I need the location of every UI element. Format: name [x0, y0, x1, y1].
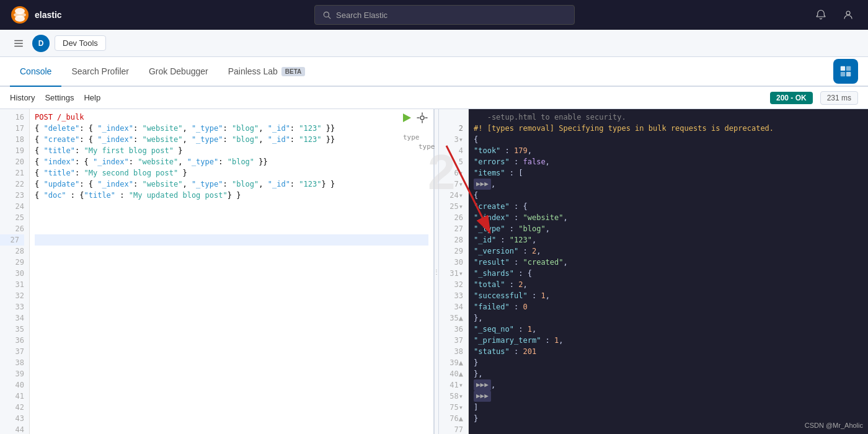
output-line-40: },	[474, 368, 863, 379]
code-line-34	[35, 312, 428, 324]
svg-point-3	[15, 16, 25, 22]
tab-console[interactable]: Console	[10, 57, 61, 87]
user-icon	[843, 9, 854, 20]
code-line-28	[35, 246, 428, 257]
main-tab-bar: Console Search Profiler Grok Debugger Pa…	[0, 57, 868, 87]
toolbar-right: 200 - OK 231 ms	[770, 91, 858, 105]
history-button[interactable]: History	[10, 93, 35, 102]
svg-point-7	[846, 11, 850, 15]
global-search-container: Search Elastic	[86, 5, 804, 25]
output-line-41-collapsed[interactable]: ▶▶▶,	[474, 379, 863, 391]
editor-code-area[interactable]: POST /_bulk { "delete": { "_index": "web…	[30, 109, 433, 434]
menu-toggle-button[interactable]	[10, 35, 27, 52]
code-line-20: { "index": { "_index": "website", "_type…	[35, 156, 428, 167]
search-placeholder: Search Elastic	[336, 11, 388, 20]
code-line-43	[35, 413, 428, 424]
svg-marker-15	[403, 113, 411, 122]
time-badge: 231 ms	[820, 91, 858, 105]
output-line-29: "_version" : 2,	[474, 246, 863, 257]
code-line-33	[35, 301, 428, 312]
panel-resize-handle[interactable]: ⋮	[434, 109, 439, 434]
editor-toolbar: History Settings Help 200 - OK 231 ms	[0, 87, 868, 109]
output-line-6: "items" : [	[474, 167, 863, 179]
code-line-41	[35, 391, 428, 402]
global-search-bar[interactable]: Search Elastic	[314, 5, 575, 25]
output-line-3: {	[474, 134, 863, 145]
code-line-42	[35, 402, 428, 413]
output-line-27: "_type" : "blog",	[474, 223, 863, 234]
right-output-panel: 2 3▾ 4 5 6▾ 7▾ 24▾ 25▾ 26 27 28 29 30 31…	[439, 109, 868, 434]
output-line-36: "_seq_no" : 1,	[474, 324, 863, 335]
code-line-31	[35, 279, 428, 290]
code-line-17: { "delete": { "_index": "website", "_typ…	[35, 123, 428, 134]
code-line-32	[35, 290, 428, 301]
output-line-30: "result" : "created",	[474, 257, 863, 268]
output-line-35: },	[474, 312, 863, 324]
code-line-29	[35, 257, 428, 268]
user-menu-button[interactable]	[838, 5, 858, 25]
code-line-22: { "update": { "_index": "website", "_typ…	[35, 179, 428, 190]
wrench-button[interactable]	[416, 112, 428, 124]
help-button[interactable]: Help	[84, 93, 100, 102]
svg-rect-13	[841, 72, 845, 76]
svg-rect-11	[841, 66, 845, 71]
output-line-37: "_primary_term" : 1,	[474, 335, 863, 346]
code-line-18: { "create": { "_index": "website", "_typ…	[35, 134, 428, 145]
editor-line-numbers: 16 17 18 19 20 21 22 23 24 25 26 27 28 2…	[0, 109, 30, 434]
notifications-button[interactable]	[811, 5, 831, 25]
output-line-7-collapsed[interactable]: ▶▶▶,	[474, 179, 863, 190]
code-line-19: { "title": "My first blog post" }	[35, 145, 428, 156]
svg-point-16	[420, 116, 424, 120]
bell-icon	[815, 9, 826, 20]
output-line-39: }	[474, 357, 863, 368]
svg-rect-14	[846, 72, 851, 76]
tab-search-profiler[interactable]: Search Profiler	[61, 57, 139, 87]
output-line-5: "errors" : false,	[474, 156, 863, 167]
output-line-75: ]	[474, 402, 863, 413]
code-line-35	[35, 324, 428, 335]
code-line-38	[35, 357, 428, 368]
kibana-icon	[839, 64, 852, 78]
code-line-30	[35, 268, 428, 279]
top-bar-actions	[811, 5, 858, 25]
dev-tools-breadcrumb[interactable]: Dev Tools	[55, 35, 106, 51]
output-line-4: "took" : 179,	[474, 145, 863, 156]
kibana-icon-button[interactable]	[833, 59, 858, 84]
output-line-numbers: 2 3▾ 4 5 6▾ 7▾ 24▾ 25▾ 26 27 28 29 30 31…	[439, 109, 469, 434]
output-line-31: "_shards" : {	[474, 268, 863, 279]
code-line-26	[35, 223, 428, 234]
svg-line-6	[329, 17, 330, 19]
output-line-26: "_index" : "website",	[474, 212, 863, 223]
run-button[interactable]	[400, 112, 412, 124]
hamburger-icon	[13, 38, 24, 49]
svg-text:elastic: elastic	[35, 10, 62, 20]
tab-bar-right	[833, 57, 858, 86]
code-line-24	[35, 201, 428, 212]
status-badge: 200 - OK	[770, 92, 813, 104]
breadcrumb-bar: D Dev Tools	[0, 30, 868, 57]
user-avatar[interactable]: D	[32, 35, 50, 52]
top-navigation-bar: elastic Search Elastic	[0, 0, 868, 30]
code-line-21: { "title": "My second blog post" }	[35, 167, 428, 179]
tab-grok-debugger[interactable]: Grok Debugger	[139, 57, 218, 87]
left-editor-panel: 16 17 18 19 20 21 22 23 24 25 26 27 28 2…	[0, 109, 434, 434]
settings-button[interactable]: Settings	[45, 93, 74, 102]
output-code-area: -setup.html to enable security. #! [type…	[469, 109, 868, 434]
output-line-24: {	[474, 190, 863, 201]
output-line-28: "_id" : "123",	[474, 234, 863, 246]
tab-painless-lab[interactable]: Painless Lab BETA	[218, 57, 316, 87]
output-line-38: "status" : 201	[474, 346, 863, 357]
output-line-58-collapsed[interactable]: ▶▶▶	[474, 391, 863, 402]
output-line-32: "total" : 2,	[474, 279, 863, 290]
main-editor-area: 16 17 18 19 20 21 22 23 24 25 26 27 28 2…	[0, 109, 868, 434]
code-line-39	[35, 368, 428, 379]
code-line-40	[35, 379, 428, 391]
output-line-33: "successful" : 1,	[474, 290, 863, 301]
code-line-36	[35, 335, 428, 346]
search-icon	[322, 11, 331, 19]
elastic-logo[interactable]: elastic	[10, 5, 78, 25]
code-line-27	[35, 234, 428, 246]
code-line-44	[35, 424, 428, 434]
code-line-25	[35, 212, 428, 223]
svg-rect-12	[846, 66, 851, 71]
